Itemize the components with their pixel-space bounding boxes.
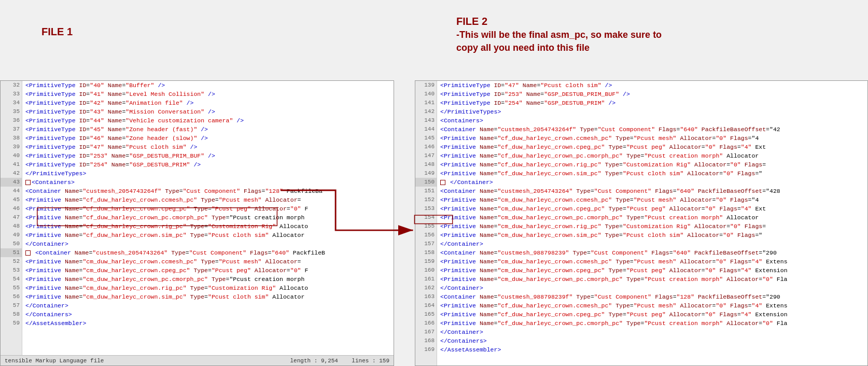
line-number: 164 xyxy=(415,301,437,310)
line-number: 158 xyxy=(415,248,437,257)
code-line: <Primitive Name="cf_duw_harleyc_crown.cc… xyxy=(22,195,394,204)
line-number: 41 xyxy=(1,160,22,169)
line-number: 147 xyxy=(415,151,437,160)
code-line: <Primitive Name="cm_duw_harleyc_crown.cp… xyxy=(437,266,867,275)
file1-label: FILE 1 xyxy=(41,26,73,38)
line-number: 37 xyxy=(1,125,22,134)
code-line: </AssetAssembler> xyxy=(22,319,394,328)
code-line: <PrimitiveType ID="43" Name="Mission Con… xyxy=(22,107,394,116)
line-number: 53 xyxy=(1,266,22,275)
code-line: <Container Name="custmesh_2054743264f" T… xyxy=(437,125,867,134)
line-number: 163 xyxy=(415,292,437,301)
code-line: <Primitive Name="cf_duw_harleyc_crown.cc… xyxy=(437,301,867,310)
code-line: <Primitive Name="cm_duw_harleyc_crown.cc… xyxy=(437,195,867,204)
status-bar: tensible Markup Language file length : 9… xyxy=(1,355,394,365)
line-number: 148 xyxy=(415,160,437,169)
code-line: <PrimitiveType ID="254" Name="GSP_DESTUB… xyxy=(22,160,394,169)
line-number: 166 xyxy=(415,319,437,328)
code-line: <Primitive Name="cm_duw_harleyc_crown.si… xyxy=(22,292,394,301)
main-container: FILE 1 FILE 2 -This will be the final as… xyxy=(0,0,868,366)
code-line: <Container Name="custmesh_2054743264" Ty… xyxy=(22,248,394,257)
code-line: </Container> xyxy=(22,301,394,310)
left-line-numbers: 3233343536373839404142434445464748495051… xyxy=(1,81,22,365)
code-line: <Primitive Name="cm_duw_harleyc_crown_pc… xyxy=(437,275,867,284)
line-number: 154 xyxy=(415,213,437,222)
line-number: 46 xyxy=(1,204,22,213)
line-number: 156 xyxy=(415,231,437,240)
gutter-marker xyxy=(25,250,31,256)
line-number: 144 xyxy=(415,125,437,134)
code-line: </PrimitiveTypes> xyxy=(437,107,867,116)
line-number: 59 xyxy=(1,319,22,328)
code-line: <Primitive Name="cf_duw_harleyc_crown.si… xyxy=(22,231,394,240)
code-line: <Primitive Name="cf_duw_harleyc_crown.cc… xyxy=(437,134,867,143)
code-line: </PrimitiveTypes> xyxy=(22,169,394,178)
left-code-lines: <PrimitiveType ID="40" Name="Buffer" /> … xyxy=(22,81,394,365)
code-line: </Container> xyxy=(437,328,867,336)
line-number: 153 xyxy=(415,204,437,213)
line-number: 54 xyxy=(1,275,22,284)
line-number: 151 xyxy=(415,187,437,195)
line-number: 43 xyxy=(1,178,22,187)
line-number: 38 xyxy=(1,134,22,143)
code-line: <Primitive Name="cm_duw_harleyc_crown_pc… xyxy=(22,275,394,284)
code-line: <PrimitiveType ID="41" Name="Level Mesh … xyxy=(22,90,394,98)
code-line: <Container Name="custmesh_988798239f" Ty… xyxy=(437,292,867,301)
line-number: 51 xyxy=(1,248,22,257)
line-number: 39 xyxy=(1,143,22,151)
code-line: <PrimitiveType ID="253" Name="GSP_DESTUB… xyxy=(437,90,867,98)
line-number: 142 xyxy=(415,107,437,116)
line-number: 48 xyxy=(1,222,22,231)
file2-label: FILE 2 xyxy=(456,16,487,27)
line-number: 145 xyxy=(415,134,437,143)
line-number: 159 xyxy=(415,257,437,266)
code-line: <Primitive Name="cf_duw_harleyc_crown_pc… xyxy=(437,151,867,160)
line-number: 141 xyxy=(415,98,437,107)
line-number: 161 xyxy=(415,275,437,284)
code-line: <Primitive Name="cf_duw_harleyc_crown_pc… xyxy=(437,319,867,328)
code-line: <Primitive Name="cm_duw_harleyc_crown_pc… xyxy=(437,213,867,222)
code-line: <Containers> xyxy=(22,178,394,187)
line-number: 55 xyxy=(1,284,22,292)
code-line: <PrimitiveType ID="47" Name="Pcust cloth… xyxy=(22,143,394,151)
code-line: </AssetAssembler> xyxy=(437,345,867,354)
left-code-panel[interactable]: 3233343536373839404142434445464748495051… xyxy=(0,80,394,366)
right-code-panel[interactable]: 1391401411421431441451461471481491501511… xyxy=(415,80,868,366)
code-line: <PrimitiveType ID="47" Name="Pcust cloth… xyxy=(437,81,867,90)
code-line: <Primitive Name="cf_duw_harleyc_crown.cp… xyxy=(22,204,394,213)
file2-description: -This will be the final asm_pc, so make … xyxy=(456,29,674,54)
code-line: <Primitive Name="cm_duw_harleyc_crown.ri… xyxy=(22,284,394,292)
code-line: <Container Name="custmesh_2054743264f" T… xyxy=(22,187,394,195)
code-line: <Primitive Name="cf_duw_harleyc_crown.cp… xyxy=(437,310,867,319)
code-line: <PrimitiveType ID="253" Name="GSP_DESTUB… xyxy=(22,151,394,160)
line-number: 35 xyxy=(1,107,22,116)
line-number: 149 xyxy=(415,169,437,178)
code-line: <Containers> xyxy=(437,116,867,125)
line-number: 45 xyxy=(1,195,22,204)
line-number: 165 xyxy=(415,310,437,319)
line-number: 150 xyxy=(415,178,437,187)
line-number: 155 xyxy=(415,222,437,231)
code-line: <PrimitiveType ID="46" Name="Zone header… xyxy=(22,134,394,143)
line-number: 152 xyxy=(415,195,437,204)
line-number: 160 xyxy=(415,266,437,275)
right-code-lines: <PrimitiveType ID="47" Name="Pcust cloth… xyxy=(437,81,867,365)
line-number: 34 xyxy=(1,98,22,107)
line-number: 58 xyxy=(1,310,22,319)
right-line-numbers: 1391401411421431441451461471481491501511… xyxy=(415,81,437,365)
line-number: 169 xyxy=(415,345,437,354)
code-line: </Containers> xyxy=(437,336,867,345)
code-line: </Container> xyxy=(437,240,867,248)
code-line: <Primitive Name="cm_duw_harleyc_crown.cc… xyxy=(437,257,867,266)
code-line: </Container> xyxy=(437,178,867,187)
line-number: 168 xyxy=(415,336,437,345)
line-number: 32 xyxy=(1,81,22,90)
code-line: <PrimitiveType ID="254" Name="GSP_DESTUB… xyxy=(437,98,867,107)
line-number: 143 xyxy=(415,116,437,125)
code-line: <Primitive Name="cf_duw_harleyc_crown.cp… xyxy=(437,143,867,151)
code-line: <Container Name="custmesh_2054743264" Ty… xyxy=(437,187,867,195)
line-number: 140 xyxy=(415,90,437,98)
code-line: </Container> xyxy=(437,284,867,292)
code-line: </Containers> xyxy=(22,310,394,319)
line-number: 49 xyxy=(1,231,22,240)
